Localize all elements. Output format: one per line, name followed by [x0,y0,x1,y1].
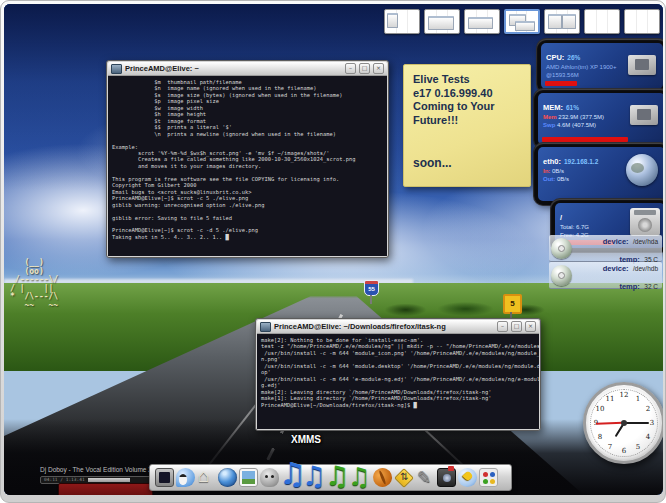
gimp-icon[interactable] [260,468,279,487]
cpu-screen: CPU:26% AMD Athlon(tm) XP 1900+ @1593.56… [541,43,663,89]
terminal-icon [260,322,271,332]
titlebar[interactable]: PrinceAMD@Elive: ~/Downloads/firefox/ita… [257,320,539,334]
cpu-percent: 26% [567,54,580,61]
close-button[interactable]: × [373,63,384,74]
drive-disc-icon [551,238,572,259]
terminal-icon [111,64,122,74]
pager [384,9,660,34]
terminal-launcher-icon[interactable] [155,468,174,487]
clock-center-cap [621,420,627,426]
memory-monitor-gadget[interactable]: MEM:61% Mem 232.9M (377.5M) Swp 4.6M (40… [534,89,663,149]
terminal-output[interactable]: $m thumbnail path/filename $n image name… [108,76,387,256]
applications-icon[interactable] [479,468,498,487]
terminal-output[interactable]: make[2]: Nothing to be done for `install… [257,334,539,429]
minimize-button[interactable]: – [497,321,508,332]
aim-messenger-icon[interactable] [458,468,477,487]
desktop: (__) (oo) /------\/ / | || * /\---/\ ~~ … [4,4,663,495]
globe-icon [626,154,658,186]
pager-desktop-2[interactable] [424,9,460,34]
media-note-green-icon-2[interactable] [350,468,371,487]
mini-window [562,14,576,29]
wallpaper-trees [380,299,551,317]
camera-icon[interactable] [437,468,456,487]
note-line: Future!!! [413,114,521,128]
pencil-icon[interactable] [416,468,435,487]
mini-window [428,16,454,30]
mem-swap-label: Swp [543,122,555,128]
pager-desktop-5[interactable] [544,9,580,34]
eth0-ip: 192.168.1.2 [564,158,598,165]
mem-usage-bar [542,137,628,142]
pager-desktop-3[interactable] [464,9,500,34]
mini-window [468,17,493,29]
terminal-window-itask-ng[interactable]: PrinceAMD@Elive: ~/Downloads/firefox/ita… [255,318,541,431]
note-line: Coming to Your [413,100,521,114]
minimized-window[interactable] [58,483,153,495]
temp-label: temp: [619,282,639,291]
coffee-bean-icon[interactable] [370,465,395,490]
xmms-note-icon-2[interactable] [304,468,325,487]
clock-number: 12 [620,391,629,399]
analog-clock[interactable]: 12 1 2 3 4 5 6 7 8 9 10 11 [583,382,663,464]
mem-ram-label: Mem [543,114,557,120]
note-line: e17 0.16.999.40 [413,87,521,101]
device-label: device: [603,264,629,273]
device-value: /dev/hdb [633,265,658,272]
close-button[interactable]: × [525,321,536,332]
clock-number: 3 [650,419,654,427]
clock-number: 10 [596,405,605,413]
clock-number: 8 [598,433,602,441]
mem-percent: 61% [566,104,579,111]
net-out-value: 0B/s [557,176,569,182]
now-playing: Dj Doboy - The Vocal Edition Volume 2 04… [40,466,153,484]
titlebar[interactable]: PrinceAMD@Elive: ~ – □ × [108,62,387,76]
mem-swap-value: 4.6M (407.5M) [557,122,596,128]
sticky-note[interactable]: Elive Tests e17 0.16.999.40 Coming to Yo… [403,64,531,187]
xmms-note-icon[interactable] [281,468,302,487]
dock-tooltip-xmms: XMMS [291,434,321,445]
maximize-button[interactable]: □ [511,321,522,332]
network-monitor-gadget[interactable]: eth0:192.168.1.2 In: 0B/s Out: 0B/s [534,143,663,205]
maximize-button[interactable]: □ [359,63,370,74]
net-in-label: In: [543,168,550,174]
clock-number: 7 [608,443,612,451]
net-in-value: 0B/s [552,168,564,174]
clock-number: 2 [646,405,650,413]
pager-desktop-1[interactable] [384,9,420,34]
cpu-label: CPU: [546,53,564,62]
pager-desktop-7[interactable] [624,9,660,34]
web-browser-icon[interactable] [218,468,237,487]
yellow-road-sign: 5 [503,294,522,314]
device-value: /dev/hda [633,238,658,245]
second-hand [596,422,624,424]
cpu-usage-bar [545,81,577,86]
pager-desktop-6[interactable] [584,9,620,34]
minimize-button[interactable]: – [345,63,356,74]
cpu-chip-icon [628,55,656,75]
chat-penguin-icon[interactable] [176,468,195,487]
mini-window [548,14,562,29]
clock-number: 6 [622,447,626,455]
dock-bar [149,464,512,491]
memory-screen: MEM:61% Mem 232.9M (377.5M) Swp 4.6M (40… [538,93,663,145]
cpu-monitor-gadget[interactable]: CPU:26% AMD Athlon(tm) XP 1900+ @1593.56… [537,39,663,93]
clock-number: 5 [636,443,640,451]
note-line: Elive Tests [413,73,521,87]
net-out-label: Out: [543,176,555,182]
clock-number: 11 [606,395,615,403]
speed-limit-sign: 55 [364,280,379,296]
photos-icon[interactable] [239,468,258,487]
mem-ram-value: 232.9M (377.5M) [558,114,604,120]
drive-disc-icon [551,265,572,286]
window-title: PrinceAMD@Elive: ~ [125,63,342,75]
home-icon[interactable] [197,468,216,487]
terminal-window-scrot[interactable]: PrinceAMD@Elive: ~ – □ × $m thumbnail pa… [106,60,389,258]
track-progress-fill [88,478,130,482]
screenshot-frame: (__) (oo) /------\/ / | || * /\---/\ ~~ … [0,0,666,503]
temp-sensor-hdb[interactable]: device: /dev/hdb temp: 32 C [549,262,662,289]
minute-hand [624,422,649,424]
pager-desktop-4-active[interactable] [504,9,540,34]
route-sign-icon[interactable] [394,468,414,488]
media-note-green-icon[interactable] [327,468,348,487]
window-title: PrinceAMD@Elive: ~/Downloads/firefox/ita… [274,321,494,333]
